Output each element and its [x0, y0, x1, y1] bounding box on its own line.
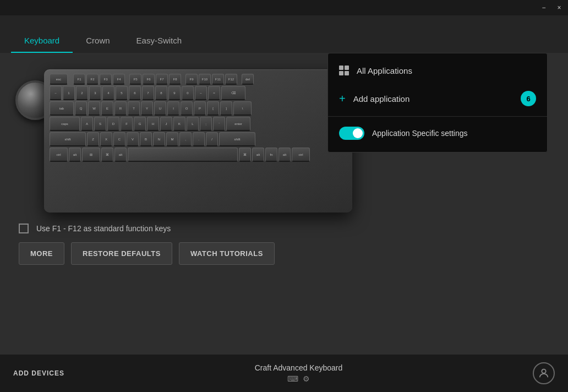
- minimize-button[interactable]: −: [539, 3, 548, 12]
- key-alt3[interactable]: alt: [252, 148, 264, 162]
- key-f4[interactable]: F4: [113, 74, 125, 85]
- key-v[interactable]: V: [127, 132, 139, 146]
- restore-defaults-button[interactable]: RESTORE DEFAULTS: [71, 242, 172, 265]
- key-x[interactable]: X: [100, 132, 112, 146]
- key-f12[interactable]: F12: [225, 74, 237, 85]
- key-f7[interactable]: F7: [156, 74, 168, 85]
- close-button[interactable]: ×: [555, 3, 564, 12]
- key-u[interactable]: U: [154, 101, 166, 116]
- key-l[interactable]: L: [187, 117, 199, 131]
- key-fn[interactable]: fn: [265, 148, 277, 162]
- key-k[interactable]: K: [173, 117, 185, 131]
- key-slash[interactable]: /: [206, 132, 218, 146]
- user-account-button[interactable]: [533, 362, 555, 384]
- key-e[interactable]: E: [101, 101, 113, 116]
- dropdown-divider: [328, 116, 547, 117]
- key-period[interactable]: .: [193, 132, 205, 146]
- key-backtick[interactable]: ~: [50, 86, 62, 100]
- key-alt4[interactable]: alt: [278, 148, 291, 162]
- key-comma[interactable]: ,: [179, 132, 192, 146]
- key-alt2[interactable]: alt: [114, 148, 127, 162]
- key-backslash[interactable]: \: [233, 101, 252, 116]
- key-f6[interactable]: F6: [143, 74, 155, 85]
- keyboard-body: logi esc F1 F2 F3 F4 F5 F6 F7 F8: [44, 69, 352, 213]
- key-r[interactable]: R: [114, 101, 127, 116]
- key-b[interactable]: B: [140, 132, 152, 146]
- key-8[interactable]: 8: [155, 86, 167, 100]
- zxcv-row: shift Z X C V B N M , . / shift: [50, 132, 347, 146]
- key-6[interactable]: 6: [129, 86, 141, 100]
- key-f8[interactable]: F8: [169, 74, 181, 85]
- key-y[interactable]: Y: [141, 101, 153, 116]
- key-g[interactable]: G: [134, 117, 146, 131]
- key-a[interactable]: A: [81, 117, 93, 131]
- key-quote[interactable]: ': [213, 117, 225, 131]
- key-f2[interactable]: F2: [86, 74, 99, 85]
- key-7[interactable]: 7: [142, 86, 154, 100]
- key-c[interactable]: C: [113, 132, 125, 146]
- key-capslock[interactable]: caps: [50, 117, 80, 131]
- key-3[interactable]: 3: [89, 86, 101, 100]
- key-alt[interactable]: alt: [69, 148, 81, 162]
- key-lshift[interactable]: shift: [50, 132, 86, 146]
- key-minus[interactable]: −: [195, 86, 207, 100]
- applications-dropdown: All Applications + Add application 6 App…: [327, 53, 548, 153]
- key-f9[interactable]: F9: [185, 74, 198, 85]
- key-f1[interactable]: F1: [73, 74, 85, 85]
- key-del[interactable]: del: [242, 74, 254, 85]
- key-ctrl2[interactable]: ctrl: [292, 148, 310, 162]
- f-keys-checkbox[interactable]: [19, 224, 29, 233]
- key-s[interactable]: S: [94, 117, 106, 131]
- key-start[interactable]: ⊞: [82, 148, 100, 162]
- key-tab[interactable]: tab: [50, 101, 74, 116]
- key-9[interactable]: 9: [168, 86, 181, 100]
- key-rshift[interactable]: shift: [219, 132, 255, 146]
- key-enter[interactable]: enter: [226, 117, 250, 131]
- add-devices-button[interactable]: ADD DEVICES: [13, 369, 64, 377]
- key-cmd[interactable]: ⌘: [101, 148, 113, 162]
- key-o[interactable]: O: [181, 101, 193, 116]
- key-w[interactable]: W: [88, 101, 100, 116]
- key-rbracket[interactable]: ]: [220, 101, 232, 116]
- add-application-item[interactable]: + Add application 6: [328, 83, 547, 114]
- key-f5[interactable]: F5: [129, 74, 141, 85]
- add-application-label: Add application: [353, 94, 513, 104]
- key-ctrl[interactable]: ctrl: [50, 148, 68, 162]
- key-space[interactable]: [128, 148, 238, 162]
- key-f3[interactable]: F3: [100, 74, 112, 85]
- tab-keyboard[interactable]: Keyboard: [11, 28, 73, 53]
- tab-easyswitch[interactable]: Easy-Switch: [123, 28, 195, 53]
- tab-crown[interactable]: Crown: [73, 28, 123, 53]
- key-lbracket[interactable]: [: [207, 101, 219, 116]
- all-applications-item[interactable]: All Applications: [328, 58, 547, 83]
- more-button[interactable]: MORE: [19, 242, 64, 265]
- key-f10[interactable]: F10: [199, 74, 211, 85]
- key-m[interactable]: M: [166, 132, 178, 146]
- key-q[interactable]: Q: [75, 101, 87, 116]
- tab-bar: Keyboard Crown Easy-Switch: [0, 15, 568, 53]
- plus-icon: +: [339, 93, 346, 104]
- key-esc[interactable]: esc: [50, 74, 68, 85]
- key-4[interactable]: 4: [102, 86, 114, 100]
- watch-tutorials-button[interactable]: WATCH TUTORIALS: [179, 242, 275, 265]
- key-j[interactable]: J: [160, 117, 172, 131]
- key-2[interactable]: 2: [76, 86, 88, 100]
- key-i[interactable]: I: [167, 101, 179, 116]
- key-t[interactable]: T: [128, 101, 140, 116]
- key-p[interactable]: P: [194, 101, 206, 116]
- key-h[interactable]: H: [147, 117, 159, 131]
- key-f[interactable]: F: [121, 117, 133, 131]
- f-keys-label: Use F1 - F12 as standard function keys: [36, 224, 171, 233]
- app-specific-toggle[interactable]: [339, 127, 364, 140]
- key-cmd2[interactable]: ⌘: [239, 148, 251, 162]
- key-d[interactable]: D: [107, 117, 119, 131]
- key-n[interactable]: N: [153, 132, 165, 146]
- key-equals[interactable]: =: [208, 86, 220, 100]
- key-backspace[interactable]: ⌫: [221, 86, 245, 100]
- key-1[interactable]: 1: [63, 86, 75, 100]
- key-0[interactable]: 0: [182, 86, 194, 100]
- key-5[interactable]: 5: [116, 86, 128, 100]
- key-semicolon[interactable]: ;: [200, 117, 212, 131]
- key-z[interactable]: Z: [87, 132, 99, 146]
- key-f11[interactable]: F11: [212, 74, 224, 85]
